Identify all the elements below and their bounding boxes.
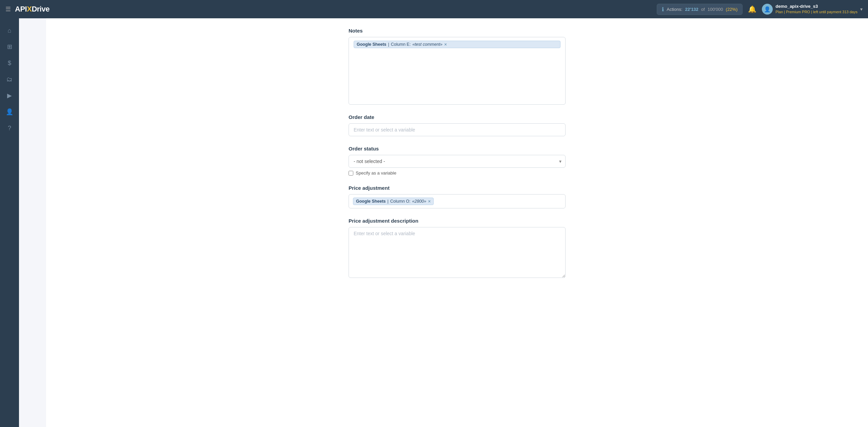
plan-days: 313 days bbox=[842, 10, 857, 14]
notes-tag-separator: | bbox=[388, 42, 389, 47]
price-tag-value: «2800» bbox=[412, 199, 427, 204]
user-info: demo_apix-drive_s3 Plan | Premium PRO | … bbox=[775, 4, 857, 14]
specify-variable-row: Specify as a variable bbox=[349, 170, 566, 176]
price-adjustment-field-group: Price adjustment Google Sheets | Column … bbox=[349, 185, 566, 208]
order-status-select[interactable]: - not selected - Pending Processing Comp… bbox=[349, 155, 566, 168]
actions-badge: ℹ Actions: 22'132 of 100'000 (22%) bbox=[657, 4, 743, 15]
price-tag-close-icon[interactable]: × bbox=[428, 199, 431, 204]
price-tag-column: Column O: bbox=[390, 199, 411, 204]
price-adj-desc-input[interactable] bbox=[349, 227, 566, 278]
hamburger-icon[interactable]: ☰ bbox=[5, 5, 11, 13]
notes-tag-column: Column E: bbox=[391, 42, 411, 47]
order-date-field-group: Order date bbox=[349, 114, 566, 136]
notes-tag-close-icon[interactable]: × bbox=[444, 42, 447, 47]
logo-drive: Drive bbox=[32, 5, 50, 13]
order-status-select-wrapper: - not selected - Pending Processing Comp… bbox=[349, 155, 566, 168]
price-adj-desc-label: Price adjustment description bbox=[349, 218, 566, 224]
chevron-down-icon[interactable]: ▾ bbox=[860, 6, 863, 12]
sidebar-item-home[interactable]: ⌂ bbox=[3, 24, 16, 37]
price-tag-source: Google Sheets bbox=[356, 199, 386, 204]
notes-label: Notes bbox=[349, 28, 566, 34]
logo-text: APIXDrive bbox=[15, 5, 50, 14]
sidebar: ⌂ ⊞ $ 🗂 ▶ 👤 ? bbox=[0, 18, 19, 427]
actions-of: of bbox=[701, 7, 705, 12]
order-status-label: Order status bbox=[349, 146, 566, 151]
notes-tag: Google Sheets | Column E: «test comment»… bbox=[354, 41, 560, 48]
left-spacer bbox=[19, 18, 46, 427]
plan-suffix: | left until payment bbox=[811, 10, 841, 14]
plan-prefix: Plan | bbox=[775, 10, 785, 14]
price-adjustment-tag-field[interactable]: Google Sheets | Column O: «2800» × bbox=[349, 194, 566, 208]
info-icon: ℹ bbox=[662, 6, 664, 13]
order-date-label: Order date bbox=[349, 114, 566, 120]
sidebar-item-user[interactable]: 👤 bbox=[3, 105, 16, 119]
sidebar-item-grid[interactable]: ⊞ bbox=[3, 40, 16, 54]
content-area: Notes Google Sheets | Column E: «test co… bbox=[46, 18, 868, 427]
order-date-input[interactable] bbox=[349, 123, 566, 136]
sidebar-item-play[interactable]: ▶ bbox=[3, 89, 16, 102]
price-tag-separator: | bbox=[388, 199, 389, 204]
user-plan: Plan | Premium PRO | left until payment … bbox=[775, 9, 857, 14]
actions-label: Actions: bbox=[667, 7, 682, 12]
sidebar-item-briefcase[interactable]: 🗂 bbox=[3, 73, 16, 86]
order-status-field-group: Order status - not selected - Pending Pr… bbox=[349, 146, 566, 176]
price-tag: Google Sheets | Column O: «2800» × bbox=[353, 198, 434, 205]
specify-variable-checkbox[interactable] bbox=[349, 171, 353, 176]
price-adjustment-label: Price adjustment bbox=[349, 185, 566, 191]
actions-pct: (22%) bbox=[726, 7, 738, 12]
bell-icon[interactable]: 🔔 bbox=[748, 5, 756, 13]
notes-area[interactable]: Google Sheets | Column E: «test comment»… bbox=[349, 37, 566, 105]
logo: APIXDrive bbox=[15, 5, 50, 14]
actions-count: 22'132 bbox=[685, 7, 698, 12]
user-section: 👤 demo_apix-drive_s3 Plan | Premium PRO … bbox=[762, 4, 863, 15]
specify-variable-label: Specify as a variable bbox=[356, 170, 396, 176]
notes-tag-source: Google Sheets bbox=[357, 42, 387, 47]
notes-field-group: Notes Google Sheets | Column E: «test co… bbox=[349, 28, 566, 105]
main-layout: ⌂ ⊞ $ 🗂 ▶ 👤 ? Notes Google Sheets | Colu… bbox=[0, 18, 868, 427]
plan-name: Premium PRO bbox=[786, 10, 810, 14]
sidebar-item-dollar[interactable]: $ bbox=[3, 56, 16, 70]
avatar: 👤 bbox=[762, 4, 773, 15]
logo-x: X bbox=[27, 5, 32, 13]
navbar: ☰ APIXDrive ℹ Actions: 22'132 of 100'000… bbox=[0, 0, 868, 18]
notes-tag-value: «test comment» bbox=[412, 42, 442, 47]
actions-total: 100'000 bbox=[708, 7, 723, 12]
navbar-center: ℹ Actions: 22'132 of 100'000 (22%) 🔔 👤 d… bbox=[657, 4, 863, 15]
price-adj-desc-field-group: Price adjustment description bbox=[349, 218, 566, 279]
content-inner: Notes Google Sheets | Column E: «test co… bbox=[342, 18, 572, 309]
logo-api: API bbox=[15, 5, 27, 13]
user-name: demo_apix-drive_s3 bbox=[775, 4, 857, 9]
sidebar-item-help[interactable]: ? bbox=[3, 121, 16, 135]
